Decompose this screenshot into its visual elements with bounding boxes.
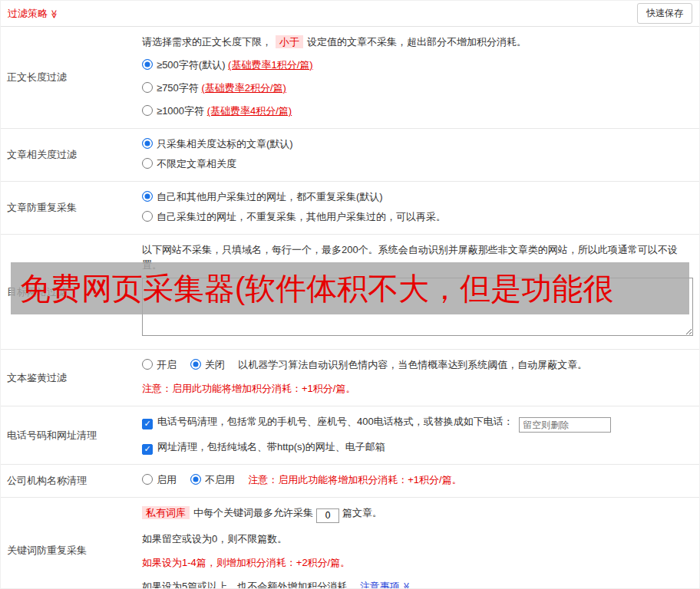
radio-option-company-off[interactable]: 不启用 <box>190 474 238 485</box>
row-content-porn-filter: 开启 关闭 以机器学习算法自动识别色情内容，当色情概率达到系统阈值，自动屏蔽文章… <box>133 350 699 406</box>
company-clean-cost-note: 注意：启用此功能将增加积分消耗：+1积分/篇。 <box>248 474 461 485</box>
intro-pre: 请选择需求的正文长度下限， <box>142 36 272 48</box>
radio-rate-note: (基础费率4积分/篇) <box>207 105 292 117</box>
row-content-relevance-filter: 只采集相关度达标的文章(默认) 不限定文章相关度 <box>133 129 699 181</box>
radio-icon <box>142 82 153 93</box>
intro-highlight: 小于 <box>276 35 303 48</box>
checkbox-icon <box>142 444 153 455</box>
keyword-note-line4: 如果设为5篇或以上，也不会额外增加积分消耗。 注意事项≫ <box>142 579 690 589</box>
radio-icon <box>142 474 153 485</box>
radio-label: 开启 <box>157 359 177 370</box>
row-label-phone-url-clean: 电话号码和网址清理 <box>1 406 133 464</box>
keyword-limit-input[interactable] <box>316 508 339 523</box>
keyword-note-line3: 如果设为1-4篇，则增加积分消耗：+2积分/篇。 <box>142 555 690 571</box>
row-content-company-clean: 启用 不启用 注意：启用此功能将增加积分消耗：+1积分/篇。 <box>133 465 699 497</box>
keyword-limit-text: 中每个关键词最多允许采集 <box>193 507 313 518</box>
filter-strategy-page: 过滤策略≫ 快速保存 正文长度过滤 请选择需求的正文长度下限，小于设定值的文章不… <box>0 0 700 589</box>
radio-label: 不启用 <box>205 474 235 485</box>
chevron-down-icon: ≫ <box>49 9 59 18</box>
notes-link-text: 注意事项 <box>360 581 400 589</box>
row-content-keyword-dedup: 私有词库中每个关键词最多允许采集篇文章。 如果留空或设为0，则不限篇数。 如果设… <box>133 498 699 589</box>
watermark-text: 免费网页采集器(软件体积不大，但是功能很 <box>20 268 613 310</box>
keyword-limit-line: 私有词库中每个关键词最多允许采集篇文章。 <box>142 505 690 523</box>
porn-filter-desc: 以机器学习算法自动识别色情内容，当色情概率达到系统阈值，自动屏蔽文章。 <box>238 359 587 370</box>
radio-rate-note: (基础费率1积分/篇) <box>228 59 313 71</box>
phone-clean-line: 电话号码清理，包括常见的手机号、座机号、400电话格式，或替换成如下电话： <box>142 414 690 433</box>
radio-option-relevance-off[interactable]: 不限定文章相关度 <box>142 156 690 172</box>
radio-icon <box>142 105 153 116</box>
private-lexicon-tag: 私有词库 <box>142 506 190 519</box>
row-label-keyword-dedup: 关键词防重复采集 <box>1 498 133 589</box>
radio-icon <box>142 211 153 222</box>
radio-icon <box>142 359 153 370</box>
porn-filter-cost-note: 注意：启用此功能将增加积分消耗：+1积分/篇。 <box>142 381 690 397</box>
row-company-clean: 公司机构名称清理 启用 不启用 注意：启用此功能将增加积分消耗：+1积分/篇。 <box>1 465 699 498</box>
radio-label: ≥1000字符 <box>157 105 204 117</box>
watermark-overlay: 免费网页采集器(软件体积不大，但是功能很 <box>11 262 689 314</box>
radio-label: 不限定文章相关度 <box>157 158 236 169</box>
page-title-text: 过滤策略 <box>8 8 48 19</box>
radio-label: 自己和其他用户采集过的网址，都不重复采集(默认) <box>157 191 383 202</box>
radio-icon <box>190 359 201 370</box>
radio-icon <box>190 474 201 485</box>
keyword-note-line4-text: 如果设为5篇或以上，也不会额外增加积分消耗。 <box>142 581 357 589</box>
row-phone-url-clean: 电话号码和网址清理 电话号码清理，包括常见的手机号、座机号、400电话格式，或替… <box>1 406 699 465</box>
keyword-note-line2: 如果留空或设为0，则不限篇数。 <box>142 531 690 547</box>
radio-rate-note: (基础费率2积分/篇) <box>201 82 286 94</box>
checkbox-url-clean[interactable]: 网址清理，包括纯域名、带http(s)的网址、电子邮箱 <box>142 441 385 452</box>
row-porn-filter: 文本鉴黄过滤 开启 关闭 以机器学习算法自动识别色情内容，当色情概率达到系统阈值… <box>1 350 699 406</box>
radio-label: ≥500字符(默认) <box>157 59 225 71</box>
porn-filter-options: 开启 关闭 以机器学习算法自动识别色情内容，当色情概率达到系统阈值，自动屏蔽文章… <box>142 357 690 373</box>
page-title[interactable]: 过滤策略≫ <box>8 7 59 21</box>
row-content-dedup-filter: 自己和其他用户采集过的网址，都不重复采集(默认) 自己采集过的网址，不重复采集，… <box>133 182 699 234</box>
intro-post: 设定值的文章不采集，超出部分不增加积分消耗。 <box>307 36 527 48</box>
radio-icon <box>142 59 153 70</box>
radio-option-company-on[interactable]: 启用 <box>142 474 180 485</box>
row-dedup-filter: 文章防重复采集 自己和其他用户采集过的网址，都不重复采集(默认) 自己采集过的网… <box>1 182 699 235</box>
radio-label: ≥750字符 <box>157 82 199 94</box>
radio-option-dedup-all[interactable]: 自己和其他用户采集过的网址，都不重复采集(默认) <box>142 189 690 205</box>
radio-option-750[interactable]: ≥750字符 (基础费率2积分/篇) <box>142 81 690 96</box>
radio-icon <box>142 158 153 169</box>
row-label-length-filter: 正文长度过滤 <box>1 27 133 128</box>
radio-option-dedup-self[interactable]: 自己采集过的网址，不重复采集，其他用户采集过的，可以再采。 <box>142 209 690 225</box>
radio-option-relevance-on[interactable]: 只采集相关度达标的文章(默认) <box>142 137 690 152</box>
radio-icon <box>142 138 153 149</box>
checkbox-label: 电话号码清理，包括常见的手机号、座机号、400电话格式，或替换成如下电话： <box>157 416 513 427</box>
length-filter-intro: 请选择需求的正文长度下限，小于设定值的文章不采集，超出部分不增加积分消耗。 <box>142 35 690 50</box>
radio-label: 自己采集过的网址，不重复采集，其他用户采集过的，可以再采。 <box>157 211 446 222</box>
topbar: 过滤策略≫ 快速保存 <box>1 1 699 27</box>
radio-option-1000[interactable]: ≥1000字符 (基础费率4积分/篇) <box>142 104 690 119</box>
radio-option-porn-on[interactable]: 开启 <box>142 359 180 370</box>
checkbox-label: 网址清理，包括纯域名、带http(s)的网址、电子邮箱 <box>157 441 385 452</box>
keyword-limit-suffix: 篇文章。 <box>342 507 382 518</box>
radio-label: 关闭 <box>205 359 225 370</box>
checkbox-icon <box>142 419 153 429</box>
row-length-filter: 正文长度过滤 请选择需求的正文长度下限，小于设定值的文章不采集，超出部分不增加积… <box>1 27 699 129</box>
radio-label: 只采集相关度达标的文章(默认) <box>157 138 293 150</box>
replacement-phone-input[interactable] <box>519 417 611 433</box>
chevron-down-icon: ≫ <box>399 582 414 589</box>
row-label-porn-filter: 文本鉴黄过滤 <box>1 350 133 406</box>
radio-label: 启用 <box>157 474 177 485</box>
notes-link[interactable]: 注意事项≫ <box>360 581 411 589</box>
row-label-company-clean: 公司机构名称清理 <box>1 465 133 497</box>
row-label-relevance-filter: 文章相关度过滤 <box>1 129 133 181</box>
checkbox-phone-clean[interactable]: 电话号码清理，包括常见的手机号、座机号、400电话格式，或替换成如下电话： <box>142 416 516 427</box>
url-clean-line: 网址清理，包括纯域名、带http(s)的网址、电子邮箱 <box>142 439 690 455</box>
row-keyword-dedup: 关键词防重复采集 私有词库中每个关键词最多允许采集篇文章。 如果留空或设为0，则… <box>1 498 699 589</box>
row-content-length-filter: 请选择需求的正文长度下限，小于设定值的文章不采集，超出部分不增加积分消耗。 ≥5… <box>133 27 699 128</box>
row-label-dedup-filter: 文章防重复采集 <box>1 182 133 234</box>
radio-option-500[interactable]: ≥500字符(默认) (基础费率1积分/篇) <box>142 58 690 73</box>
radio-option-porn-off[interactable]: 关闭 <box>190 359 228 370</box>
radio-icon <box>142 191 153 202</box>
row-relevance-filter: 文章相关度过滤 只采集相关度达标的文章(默认) 不限定文章相关度 <box>1 129 699 182</box>
quick-save-button[interactable]: 快速保存 <box>637 3 692 24</box>
row-content-phone-url-clean: 电话号码清理，包括常见的手机号、座机号、400电话格式，或替换成如下电话： 网址… <box>133 406 699 464</box>
